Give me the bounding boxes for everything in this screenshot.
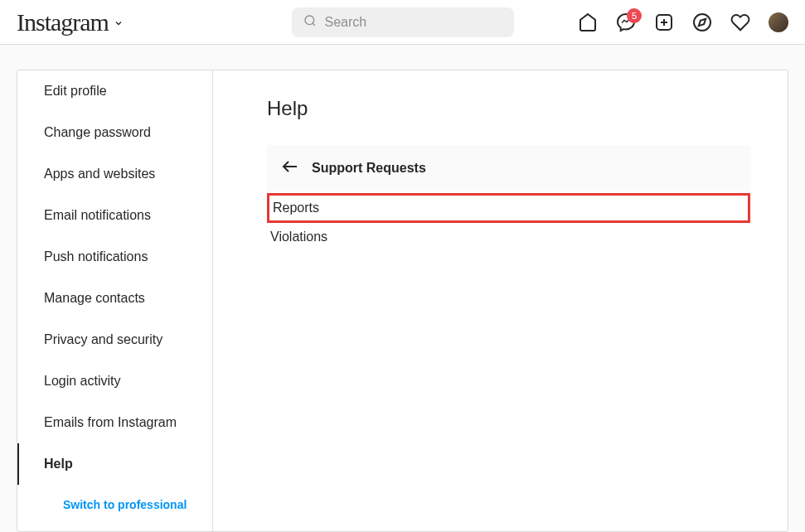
support-item-reports[interactable]: Reports xyxy=(267,193,750,223)
logo-section: Instagram xyxy=(17,8,249,36)
explore-icon[interactable] xyxy=(692,12,712,32)
heart-icon[interactable] xyxy=(730,12,750,32)
switch-professional-link[interactable]: Switch to professional xyxy=(17,485,212,525)
support-requests-header[interactable]: Support Requests xyxy=(267,145,750,191)
messenger-icon[interactable]: 5 xyxy=(616,12,636,32)
svg-marker-6 xyxy=(699,18,706,25)
nav-icons: 5 xyxy=(556,12,788,32)
home-icon[interactable] xyxy=(578,12,598,32)
avatar[interactable] xyxy=(769,12,788,32)
settings-container: Edit profile Change password Apps and we… xyxy=(17,70,788,532)
support-item-label: Reports xyxy=(273,201,319,215)
sidebar-item-label: Manage contacts xyxy=(44,291,145,305)
sidebar-item-help[interactable]: Help xyxy=(17,443,212,485)
sidebar-item-push-notifications[interactable]: Push notifications xyxy=(17,236,212,278)
sidebar-item-edit-profile[interactable]: Edit profile xyxy=(17,70,212,112)
sidebar-item-login-activity[interactable]: Login activity xyxy=(17,360,212,402)
support-item-violations[interactable]: Violations xyxy=(267,223,750,251)
sidebar-item-change-password[interactable]: Change password xyxy=(17,112,212,153)
sidebar-item-privacy-security[interactable]: Privacy and security xyxy=(17,319,212,360)
search-input[interactable] xyxy=(292,7,514,37)
content-wrapper: Edit profile Change password Apps and we… xyxy=(0,45,805,532)
chevron-down-icon[interactable] xyxy=(114,17,124,31)
sidebar-item-label: Push notifications xyxy=(44,249,148,264)
sidebar-item-label: Help xyxy=(44,457,73,471)
new-post-icon[interactable] xyxy=(654,12,674,32)
sidebar-item-label: Emails from Instagram xyxy=(44,415,177,429)
svg-point-5 xyxy=(694,14,710,31)
sidebar-item-label: Change password xyxy=(44,125,151,139)
settings-sidebar: Edit profile Change password Apps and we… xyxy=(17,70,213,531)
sidebar-item-label: Login activity xyxy=(44,374,121,388)
search-wrapper xyxy=(292,7,514,37)
page-title: Help xyxy=(267,97,750,120)
sidebar-item-label: Edit profile xyxy=(44,84,107,98)
search-icon xyxy=(303,14,317,31)
sidebar-item-manage-contacts[interactable]: Manage contacts xyxy=(17,278,212,319)
support-item-label: Violations xyxy=(270,230,327,244)
sidebar-item-label: Privacy and security xyxy=(44,332,162,346)
svg-line-1 xyxy=(313,23,315,26)
messenger-badge: 5 xyxy=(627,8,642,23)
sidebar-item-label: Email notifications xyxy=(44,208,151,222)
sidebar-item-label: Apps and websites xyxy=(44,167,155,181)
sidebar-item-emails-instagram[interactable]: Emails from Instagram xyxy=(17,402,212,443)
sidebar-item-apps-websites[interactable]: Apps and websites xyxy=(17,153,212,195)
top-header: Instagram 5 xyxy=(0,0,805,45)
svg-point-0 xyxy=(305,16,314,25)
logo[interactable]: Instagram xyxy=(17,8,109,36)
support-title: Support Requests xyxy=(312,161,426,176)
back-arrow-icon[interactable] xyxy=(280,157,300,180)
main-content: Help Support Requests Reports Violations xyxy=(213,70,788,531)
sidebar-item-email-notifications[interactable]: Email notifications xyxy=(17,195,212,236)
switch-label: Switch to professional xyxy=(63,498,187,511)
